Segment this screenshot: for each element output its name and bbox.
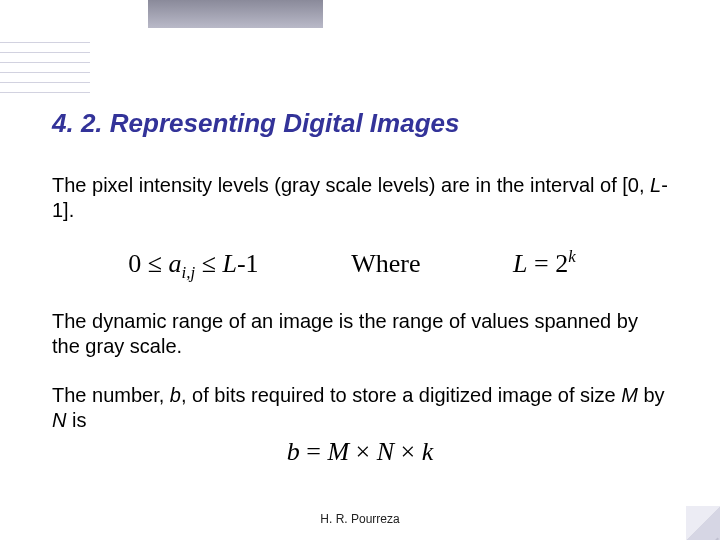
para3-a: The number, [52, 384, 170, 406]
eq-ij: i,j [182, 263, 196, 282]
paragraph-1: The pixel intensity levels (gray scale l… [52, 173, 668, 223]
eq2-x2: × [394, 437, 422, 466]
eq-where: Where [351, 249, 420, 279]
margin-rule-lines [0, 33, 90, 93]
slide-content: 4. 2. Representing Digital Images The pi… [52, 108, 668, 467]
para3-is: is [66, 409, 86, 431]
eq-L2: L [513, 249, 527, 278]
eq-eq2: = 2 [528, 249, 569, 278]
eq-le2: ≤ [195, 249, 222, 278]
page-curl [686, 506, 720, 540]
eq-inequality: 0 ≤ ai,j ≤ L-1 [128, 249, 258, 283]
para3-by: by [638, 384, 665, 406]
para3-M: M [621, 384, 638, 406]
slide-title: 4. 2. Representing Digital Images [52, 108, 668, 139]
eq-L: L [222, 249, 236, 278]
para3-c: , of bits required to store a digitized … [181, 384, 621, 406]
equation-row-2: b = M × N × k [52, 437, 668, 467]
eq-a: a [162, 249, 182, 278]
para1-text-a: The pixel intensity levels (gray scale l… [52, 174, 650, 196]
eq2-N: N [377, 437, 394, 466]
eq2-eq: = [300, 437, 328, 466]
eq-zero: 0 [128, 249, 148, 278]
footer-author: H. R. Pourreza [0, 512, 720, 526]
eq2-b: b [287, 437, 300, 466]
eq-le1: ≤ [148, 249, 162, 278]
para3-N: N [52, 409, 66, 431]
equation-row-1: 0 ≤ ai,j ≤ L-1 Where L = 2k [82, 247, 622, 283]
paragraph-2: The dynamic range of an image is the ran… [52, 309, 668, 359]
eq2-x1: × [349, 437, 377, 466]
eq2-M: M [327, 437, 349, 466]
eq-minus1: -1 [237, 249, 259, 278]
eq-Lpow: L = 2k [513, 247, 576, 279]
header-accent-bar [148, 0, 323, 28]
eq2-k: k [422, 437, 434, 466]
para1-L: L [650, 174, 661, 196]
eq-k: k [568, 247, 576, 266]
paragraph-3: The number, b, of bits required to store… [52, 383, 668, 433]
para3-b: b [170, 384, 181, 406]
